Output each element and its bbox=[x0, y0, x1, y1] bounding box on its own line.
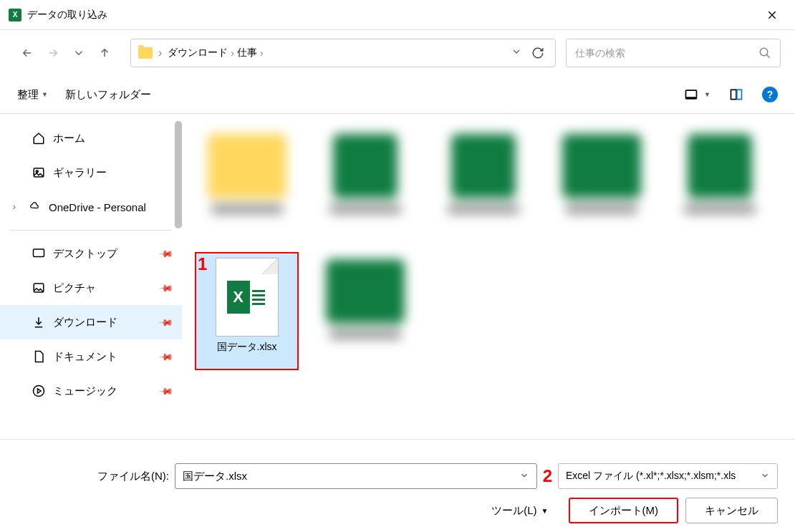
file-name: 国データ.xlsx bbox=[217, 341, 277, 354]
pictures-icon bbox=[32, 281, 46, 295]
view-dropdown-icon[interactable]: ▼ bbox=[704, 91, 710, 98]
separator bbox=[10, 230, 172, 231]
sidebar-item-desktop[interactable]: デスクトップ 📌 bbox=[0, 236, 182, 271]
chevron-right-icon: › bbox=[231, 47, 234, 59]
svg-rect-6 bbox=[34, 249, 44, 257]
recent-dropdown[interactable] bbox=[66, 40, 92, 66]
file-thumbnail: X bbox=[216, 258, 279, 337]
file-item-blurred[interactable] bbox=[668, 127, 771, 245]
chevron-down-icon[interactable] bbox=[760, 470, 770, 483]
sidebar: ホーム ギャラリー › OneDrive - Personal デスクトップ 📌… bbox=[0, 114, 182, 439]
file-item-selected[interactable]: X 国データ.xlsx bbox=[195, 252, 299, 370]
chevron-right-icon: › bbox=[13, 202, 16, 212]
sidebar-item-music[interactable]: ミュージック 📌 bbox=[0, 374, 182, 408]
organize-button[interactable]: 整理▼ bbox=[17, 88, 48, 102]
file-item-blurred[interactable] bbox=[313, 252, 417, 370]
tools-dropdown[interactable]: ツール(L)▼ bbox=[491, 504, 548, 518]
excel-icon: X bbox=[227, 281, 267, 314]
pin-icon: 📌 bbox=[158, 246, 174, 261]
refresh-button[interactable] bbox=[528, 47, 548, 59]
address-bar[interactable]: › ダウンロード › 仕事 › bbox=[130, 39, 556, 67]
home-icon bbox=[32, 131, 46, 145]
scrollbar[interactable] bbox=[175, 121, 182, 228]
toolbar: 整理▼ 新しいフォルダー ▼ ? bbox=[0, 76, 795, 113]
desktop-icon bbox=[32, 246, 46, 261]
address-dropdown[interactable] bbox=[511, 46, 522, 60]
close-button[interactable] bbox=[758, 1, 786, 29]
chevron-right-icon: › bbox=[158, 47, 162, 59]
file-area[interactable]: X 国データ.xlsx bbox=[182, 114, 795, 439]
pin-icon: 📌 bbox=[158, 383, 174, 399]
filetype-select[interactable]: Excel ファイル (*.xl*;*.xlsx;*.xlsm;*.xls bbox=[558, 463, 778, 489]
file-item-blurred[interactable] bbox=[313, 127, 417, 245]
sidebar-item-documents[interactable]: ドキュメント 📌 bbox=[0, 339, 182, 374]
preview-pane-button[interactable] bbox=[728, 86, 745, 103]
annotation-1: 1 bbox=[198, 254, 207, 274]
onedrive-icon bbox=[27, 200, 42, 214]
breadcrumb: ダウンロード › 仕事 › bbox=[168, 47, 263, 59]
filename-label: ファイル名(N): bbox=[97, 470, 169, 483]
pin-icon: 📌 bbox=[158, 280, 174, 296]
svg-rect-2 bbox=[731, 90, 737, 99]
navbar: › ダウンロード › 仕事 › bbox=[0, 30, 795, 76]
footer: ファイル名(N): 国データ.xlsx 2 Excel ファイル (*.xl*;… bbox=[0, 439, 795, 532]
gallery-icon bbox=[32, 165, 46, 180]
help-button[interactable]: ? bbox=[762, 87, 778, 102]
up-button[interactable] bbox=[92, 40, 117, 66]
sidebar-item-onedrive[interactable]: › OneDrive - Personal bbox=[0, 190, 182, 224]
chevron-right-icon: › bbox=[260, 47, 264, 59]
import-button[interactable]: インポート(M) bbox=[569, 498, 679, 523]
download-icon bbox=[32, 315, 46, 329]
svg-rect-3 bbox=[737, 90, 742, 99]
cancel-button[interactable]: キャンセル bbox=[685, 498, 778, 523]
sidebar-item-pictures[interactable]: ピクチャ 📌 bbox=[0, 271, 182, 305]
folder-icon bbox=[138, 47, 153, 59]
titlebar: X データの取り込み bbox=[0, 0, 795, 30]
sidebar-item-gallery[interactable]: ギャラリー bbox=[0, 155, 182, 190]
svg-point-0 bbox=[760, 48, 768, 56]
breadcrumb-item[interactable]: 仕事 bbox=[237, 47, 257, 59]
music-icon bbox=[32, 384, 46, 398]
breadcrumb-item[interactable]: ダウンロード bbox=[168, 47, 228, 59]
file-item-blurred[interactable] bbox=[431, 127, 535, 245]
sidebar-item-downloads[interactable]: ダウンロード 📌 bbox=[0, 305, 182, 339]
pin-icon: 📌 bbox=[158, 314, 174, 330]
file-item-blurred[interactable] bbox=[549, 127, 653, 245]
view-mode-button[interactable] bbox=[683, 86, 700, 103]
pin-icon: 📌 bbox=[158, 349, 174, 364]
svg-point-5 bbox=[36, 170, 38, 173]
annotation-2: 2 bbox=[543, 466, 552, 486]
window-title: データの取り込み bbox=[27, 9, 107, 21]
search-icon bbox=[758, 47, 771, 59]
new-folder-button[interactable]: 新しいフォルダー bbox=[65, 88, 151, 102]
search-box[interactable] bbox=[566, 39, 781, 67]
file-item-blurred[interactable] bbox=[195, 127, 299, 245]
back-button[interactable] bbox=[14, 40, 40, 66]
app-icon: X bbox=[9, 9, 21, 21]
search-input[interactable] bbox=[575, 47, 753, 59]
chevron-down-icon[interactable] bbox=[519, 470, 529, 483]
document-icon bbox=[32, 349, 46, 364]
filename-input[interactable]: 国データ.xlsx bbox=[175, 463, 537, 489]
sidebar-item-home[interactable]: ホーム bbox=[0, 121, 182, 155]
forward-button[interactable] bbox=[40, 40, 66, 66]
